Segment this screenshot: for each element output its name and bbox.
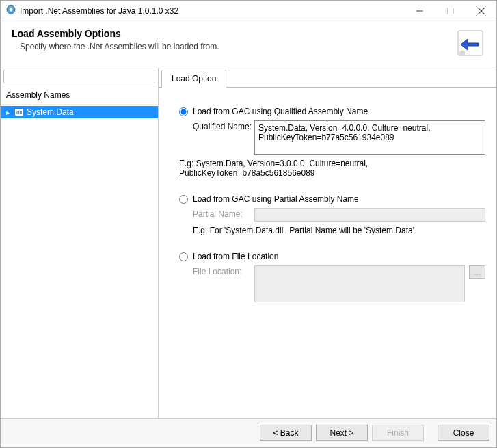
page-title: Load Assembly Options <box>12 28 455 39</box>
title-bar: Import .Net Assemblies for Java 1.0.1.0 … <box>1 1 496 21</box>
minimize-button[interactable] <box>404 1 435 21</box>
next-button[interactable]: Next > <box>316 425 368 441</box>
tree-item-system-data[interactable]: ▸ dll System.Data <box>1 106 158 118</box>
tab-body: Load from GAC using Qualified Assembly N… <box>159 88 496 418</box>
assembly-tree[interactable]: ▸ dll System.Data <box>1 105 158 418</box>
page-subtitle: Specify where the .Net Assemblies will b… <box>20 42 455 51</box>
back-button[interactable]: < Back <box>260 425 312 441</box>
tab-bar: Load Option <box>159 68 496 88</box>
tab-load-option[interactable]: Load Option <box>161 70 226 88</box>
qualified-name-label: Qualified Name: <box>193 120 254 131</box>
maximize-button[interactable] <box>435 1 466 21</box>
tree-item-label: System.Data <box>27 107 74 117</box>
close-button[interactable]: Close <box>438 425 489 441</box>
left-pane: Assembly Names ▸ dll System.Data <box>1 68 159 418</box>
wizard-icon <box>455 28 485 58</box>
content-area: Assembly Names ▸ dll System.Data Load Op… <box>1 68 496 419</box>
right-pane: Load Option Load from GAC using Qualifie… <box>159 68 496 418</box>
radio-qualified[interactable] <box>179 107 188 116</box>
svg-text:dll: dll <box>16 110 22 115</box>
qualified-name-input[interactable] <box>254 120 485 155</box>
radio-qualified-label[interactable]: Load from GAC using Qualified Assembly N… <box>193 107 368 116</box>
finish-button: Finish <box>372 425 424 441</box>
footer-bar: < Back Next > Finish Close <box>1 419 496 447</box>
partial-name-input <box>254 208 485 222</box>
radio-file-location[interactable] <box>179 252 188 261</box>
window-title: Import .Net Assemblies for Java 1.0.1.0 … <box>20 6 404 16</box>
app-icon <box>6 5 16 16</box>
svg-rect-2 <box>447 8 453 14</box>
browse-button: ... <box>469 265 485 279</box>
close-window-button[interactable] <box>466 1 496 21</box>
qualified-hint: E.g: System.Data, Version=3.0.0.0, Cultu… <box>179 159 485 178</box>
file-location-input <box>254 265 465 302</box>
partial-hint: E.g: For 'System.Data.dll', Partial Name… <box>193 226 485 235</box>
header-panel: Load Assembly Options Specify where the … <box>1 21 496 68</box>
tree-caret-icon[interactable]: ▸ <box>6 109 13 116</box>
radio-file-location-label[interactable]: Load from File Location <box>193 252 278 261</box>
window-controls <box>404 1 496 21</box>
radio-partial-label[interactable]: Load from GAC using Partial Assembly Nam… <box>193 194 359 204</box>
file-location-label: File Location: <box>193 265 254 276</box>
assembly-icon: dll <box>14 108 24 116</box>
assembly-names-label: Assembly Names <box>1 86 158 105</box>
partial-name-label: Partial Name: <box>193 208 254 219</box>
radio-partial[interactable] <box>179 195 188 204</box>
search-input[interactable] <box>3 70 155 83</box>
